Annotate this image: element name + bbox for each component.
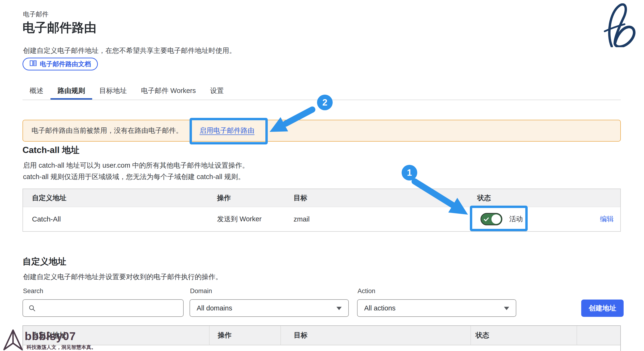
action-select[interactable]: All actions [357, 299, 516, 317]
col-custom-address: 自定义地址 [32, 193, 66, 203]
col-target: 目标 [294, 193, 307, 203]
search-input[interactable] [38, 300, 180, 316]
toggle-knob [492, 214, 501, 224]
tab-settings[interactable]: 设置 [203, 84, 231, 100]
column-divider [280, 326, 281, 345]
action-label: Action [358, 287, 375, 295]
custom-addresses-description: 创建自定义电子邮件地址并设置要对收到的电子邮件执行的操作。 [23, 272, 222, 282]
tab-destination-addresses[interactable]: 目标地址 [92, 84, 134, 100]
edit-link[interactable]: 编辑 [600, 214, 614, 224]
book-icon [30, 60, 37, 68]
col-status: 状态 [477, 193, 491, 203]
page-description: 创建自定义电子邮件地址，在您不希望共享主要电子邮件地址时使用。 [23, 46, 236, 56]
domain-select[interactable]: All domains [190, 299, 349, 317]
catch-all-target: zmail [294, 215, 310, 223]
annotation-badge-1: 1 [402, 165, 417, 180]
docs-button[interactable]: 电子邮件路由文档 [22, 58, 98, 71]
docs-button-label: 电子邮件路由文档 [40, 60, 91, 68]
custom-addresses-table-header: 自定义地址 操作 目标 状态 [23, 326, 620, 345]
watermark-name: bbblsy07 [25, 330, 76, 343]
annotation-badge-2: 2 [317, 95, 333, 110]
catch-all-table-header: 自定义地址 操作 目标 状态 [23, 189, 620, 207]
custom-addresses-table: 自定义地址 操作 目标 状态 [22, 325, 621, 351]
signature-b-logo [604, 3, 637, 48]
column-divider [577, 326, 577, 345]
breadcrumb[interactable]: 电子邮件 [23, 10, 48, 19]
catch-all-description-2: catch-all 规则仅适用于区域级域，您无法为每个子域创建 catch-al… [23, 172, 245, 182]
search-label: Search [23, 287, 43, 295]
custom-addresses-heading: 自定义地址 [22, 256, 66, 267]
disabled-warning-banner: 电子邮件路由当前被禁用，没有在路由电子邮件。 启用电子邮件路由 [22, 120, 621, 142]
domain-label: Domain [190, 287, 212, 295]
catch-all-row: Catch-All 发送到 Worker zmail 活动 编辑 [23, 207, 620, 231]
column-divider [209, 326, 210, 345]
tab-email-workers[interactable]: 电子邮件 Workers [134, 84, 203, 100]
column-divider [470, 326, 471, 345]
catch-all-address: Catch-All [32, 215, 61, 223]
status-label: 活动 [509, 214, 523, 224]
watermark-logo-icon [2, 329, 24, 351]
col-status: 状态 [476, 330, 489, 340]
action-select-value: All actions [364, 304, 396, 312]
catch-all-table: 自定义地址 操作 目标 状态 Catch-All 发送到 Worker zmai… [22, 189, 621, 232]
tab-routing-rules[interactable]: 路由规则 [50, 84, 92, 100]
catch-all-action: 发送到 Worker [217, 214, 262, 224]
page-title: 电子邮件路由 [22, 20, 96, 36]
chevron-down-icon [504, 307, 509, 310]
col-target: 目标 [294, 330, 308, 340]
catch-all-description-1: 启用 catch-all 地址可以为 user.com 中的所有其他电子邮件地址… [23, 161, 249, 170]
domain-select-value: All domains [197, 304, 232, 312]
catch-all-heading: Catch-all 地址 [22, 144, 80, 156]
banner-message: 电子邮件路由当前被禁用，没有在路由电子邮件。 [32, 126, 183, 135]
watermark-slogan: 科技激荡人文，洞见智慧本真。 [26, 344, 96, 350]
chevron-down-icon [336, 307, 342, 310]
col-action: 操作 [218, 330, 232, 340]
tab-overview[interactable]: 概述 [22, 84, 50, 100]
search-icon [29, 305, 36, 312]
status-toggle[interactable] [480, 213, 502, 225]
search-box [22, 299, 184, 317]
col-action: 操作 [217, 193, 231, 203]
enable-email-routing-link[interactable]: 启用电子邮件路由 [200, 126, 254, 135]
create-address-button[interactable]: 创建地址 [581, 299, 624, 317]
